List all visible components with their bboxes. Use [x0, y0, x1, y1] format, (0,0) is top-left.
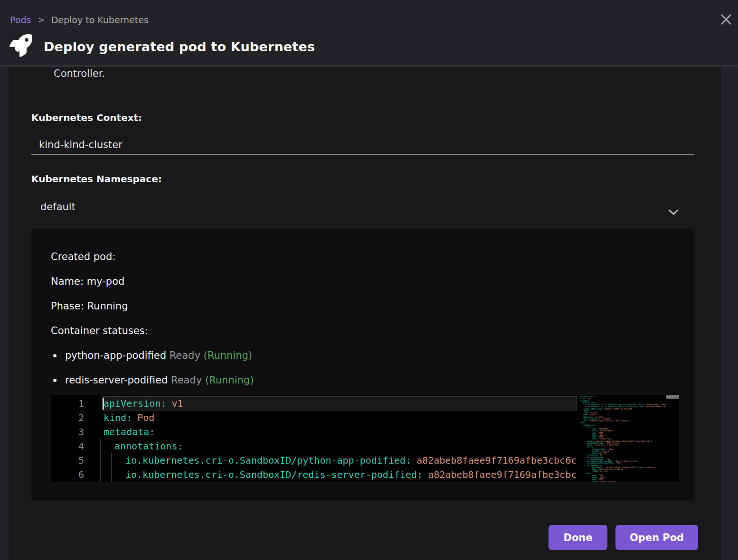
pod-phase-line: Phase: Running: [51, 300, 694, 312]
pod-name-line: Name: my-pod: [51, 275, 694, 288]
kubernetes-context-label: Kubernetes Context:: [31, 112, 142, 123]
line-number: 3: [51, 425, 84, 439]
container-state: (Running): [205, 374, 254, 386]
container-state: (Running): [204, 350, 252, 361]
container-ready: Ready: [170, 350, 200, 361]
yaml-value: a82abeb8faee9f7169afbe3cbc6c: [416, 455, 577, 466]
kubernetes-namespace-label: Kubernetes Namespace:: [31, 173, 162, 185]
line-number: 4: [51, 439, 84, 453]
intro-text-tail: Controller.: [54, 67, 105, 80]
yaml-key: annotations:: [114, 440, 183, 452]
kubernetes-namespace-select[interactable]: default: [31, 197, 694, 217]
kubernetes-context-input[interactable]: kind-kind-cluster: [31, 136, 694, 155]
container-name: redis-server-podified: [65, 374, 168, 386]
rocket-icon: [9, 33, 32, 60]
yaml-editor[interactable]: 1apiVersion:v1 2kind:Pod 3metadata: 4ann…: [51, 395, 679, 482]
line-number: 5: [51, 453, 84, 467]
container-ready: Ready: [171, 374, 202, 386]
breadcrumb: Pods > Deploy to Kubernetes: [10, 14, 149, 26]
container-status-item: redis-server-podified Ready (Running): [65, 374, 694, 386]
container-name: python-app-podified: [65, 350, 166, 361]
line-number: 6: [51, 467, 84, 482]
close-icon: [720, 13, 732, 28]
breadcrumb-separator: >: [38, 14, 44, 26]
line-number: 1: [51, 396, 84, 411]
editor-minimap[interactable]: apiVersion: v1kind: Podmetadata: annotat…: [577, 395, 666, 482]
container-status-item: python-app-podified Ready (Running): [65, 349, 694, 362]
dialog-header: Pods > Deploy to Kubernetes Deploy gener…: [0, 0, 738, 66]
namespace-selected-value: default: [40, 201, 76, 213]
close-button[interactable]: [719, 13, 734, 28]
yaml-key: kind:: [104, 412, 132, 423]
breadcrumb-pods-link[interactable]: Pods: [10, 14, 31, 26]
yaml-key: io.kubernetes.cri-o.SandboxID/redis-serv…: [125, 469, 423, 480]
yaml-key: apiVersion:: [104, 398, 166, 409]
dialog-body: Controller. Kubernetes Context: kind-kin…: [9, 67, 721, 560]
yaml-value: v1: [171, 398, 183, 409]
yaml-key: metadata:: [104, 426, 155, 438]
breadcrumb-current: Deploy to Kubernetes: [51, 14, 149, 26]
line-number: 2: [51, 411, 84, 425]
chevron-down-icon: [668, 203, 679, 223]
created-pod-label: Created pod:: [51, 251, 694, 263]
yaml-value: a82abeb8faee9f7169afbe3cbc: [428, 469, 577, 480]
yaml-value: Pod: [137, 412, 154, 423]
open-pod-button[interactable]: Open Pod: [615, 525, 698, 550]
editor-scrollbar-thumb[interactable]: [666, 395, 679, 399]
created-pod-summary: Created pod: Name: my-pod Phase: Running…: [31, 229, 694, 501]
page-title: Deploy generated pod to Kubernetes: [44, 39, 315, 54]
container-statuses-label: Container statuses:: [51, 325, 694, 337]
done-button[interactable]: Done: [549, 525, 607, 550]
yaml-key: io.kubernetes.cri-o.SandboxID/python-app…: [125, 455, 411, 466]
bullet-icon: [53, 379, 57, 382]
bullet-icon: [53, 354, 57, 357]
